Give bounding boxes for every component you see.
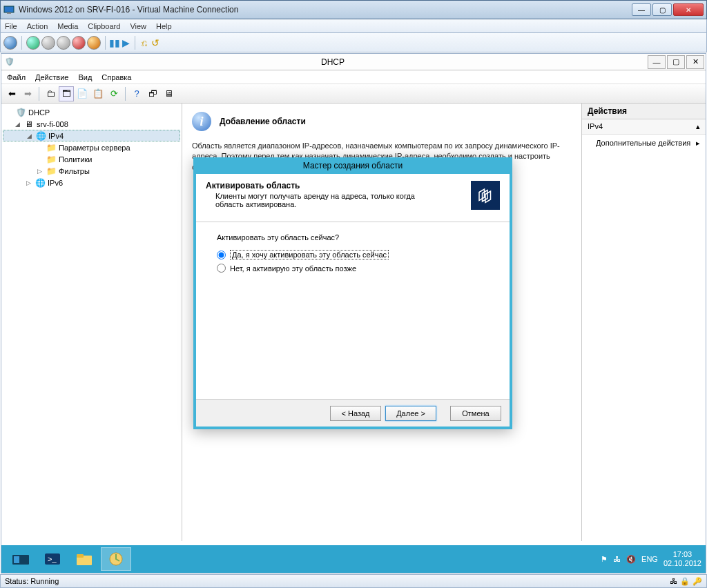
- status-network-icon: 🖧: [670, 577, 677, 586]
- host-menubar: File Action Media Clipboard View Help: [0, 19, 707, 33]
- wizard-banner-icon: [471, 181, 500, 210]
- host-toolbar: ▮▮ ▶ ⎌ ↺: [0, 33, 707, 52]
- svg-text:>_: >_: [48, 555, 57, 563]
- tray-network-icon[interactable]: 🖧: [613, 555, 621, 563]
- tray-flag-icon[interactable]: ⚑: [601, 555, 608, 564]
- actions-pane: Действия IPv4▴ Дополнительные действия▸: [581, 104, 706, 541]
- menu-help[interactable]: Help: [156, 22, 172, 30]
- menu-clipboard[interactable]: Clipboard: [88, 22, 120, 30]
- pause-icon[interactable]: ▮▮: [110, 37, 119, 49]
- dhcp-app-icon: 🛡️: [1, 57, 18, 66]
- minimize-button[interactable]: —: [632, 3, 651, 16]
- dhcp-minimize-button[interactable]: —: [648, 55, 666, 69]
- dhcp-close-button[interactable]: ✕: [686, 55, 704, 69]
- tree-filters[interactable]: ▷📁Фильтры: [3, 165, 180, 177]
- tree-pane: 🛡️DHCP ◢🖥srv-fi-008 ◢🌐IPv4 📁Параметры се…: [1, 104, 182, 541]
- dhcp-menu-view[interactable]: Вид: [78, 73, 92, 81]
- guest-taskbar: >_ ⚑ 🖧 🔇 ENG 17:03 02.10.2012: [1, 545, 706, 573]
- snapshot-button[interactable]: ⎌: [139, 37, 149, 49]
- task-dhcp[interactable]: [101, 547, 131, 571]
- chevron-right-icon: ▸: [696, 139, 700, 148]
- task-powershell[interactable]: >_: [37, 547, 68, 571]
- collapse-icon: ▴: [696, 122, 700, 131]
- menu-file[interactable]: File: [5, 22, 17, 30]
- svg-rect-3: [14, 556, 19, 563]
- radio-activate-now[interactable]: Да, я хочу активировать эту область сейч…: [217, 250, 489, 259]
- help-icon[interactable]: ?: [129, 86, 144, 101]
- wizard-section-desc: Клиенты могут получать аренду на адреса,…: [206, 192, 427, 208]
- menu-action[interactable]: Action: [27, 22, 48, 30]
- turnoff-button[interactable]: [41, 36, 55, 50]
- reset-icon[interactable]: ▶: [121, 37, 130, 49]
- back-icon[interactable]: ⬅: [4, 86, 19, 101]
- wizard-cancel-button[interactable]: Отмена: [450, 406, 501, 421]
- wizard-section-title: Активировать область: [206, 181, 471, 190]
- svg-rect-1: [7, 12, 11, 14]
- tree-server[interactable]: ◢🖥srv-fi-008: [3, 118, 180, 130]
- start-button[interactable]: [26, 36, 40, 50]
- actions-more[interactable]: Дополнительные действия▸: [582, 135, 706, 152]
- status-key-icon: 🔑: [693, 577, 702, 586]
- task-explorer[interactable]: [69, 547, 99, 571]
- forward-icon[interactable]: ➡: [20, 86, 35, 101]
- wizard-next-button[interactable]: Далее >: [385, 406, 436, 421]
- tray-language[interactable]: ENG: [641, 555, 658, 563]
- host-statusbar: Status: Running 🖧 🔒 🔑: [0, 574, 707, 588]
- filter-icon[interactable]: 🗗: [145, 86, 160, 101]
- content-heading: Добавление области: [220, 117, 306, 126]
- wizard-back-button[interactable]: < Назад: [330, 406, 381, 421]
- radio-activate-now-input[interactable]: [217, 251, 226, 259]
- properties-icon[interactable]: 📄: [75, 86, 90, 101]
- dhcp-menubar: Файл Действие Вид Справка: [1, 70, 706, 84]
- add-icon[interactable]: 🗀: [43, 86, 58, 101]
- dhcp-menu-action[interactable]: Действие: [35, 73, 68, 81]
- svg-rect-0: [4, 6, 14, 12]
- tree-root[interactable]: 🛡️DHCP: [3, 106, 180, 118]
- dhcp-titlebar: 🛡️ DHCP — ▢ ✕: [1, 54, 706, 70]
- actions-context[interactable]: IPv4▴: [582, 119, 706, 135]
- show-hide-icon[interactable]: 🗔: [59, 86, 74, 101]
- pause-vm-button[interactable]: [87, 36, 101, 50]
- wizard-question: Активировать эту область сейчас?: [217, 233, 489, 242]
- maximize-button[interactable]: ▢: [652, 3, 672, 16]
- task-server-manager[interactable]: [6, 547, 36, 571]
- shutdown-button[interactable]: [57, 36, 70, 50]
- tree-ipv4[interactable]: ◢🌐IPv4: [3, 130, 180, 141]
- revert-button[interactable]: ↺: [151, 37, 160, 49]
- dhcp-menu-file[interactable]: Файл: [7, 73, 26, 81]
- dhcp-toolbar: ⬅ ➡ 🗀 🗔 📄 📋 ⟳ ? 🗗 🖥: [1, 84, 706, 104]
- tray-clock[interactable]: 17:03 02.10.2012: [664, 550, 701, 568]
- dhcp-title: DHCP: [18, 57, 648, 67]
- ctrl-alt-del-button[interactable]: [3, 36, 17, 50]
- dhcp-menu-help[interactable]: Справка: [101, 73, 131, 81]
- host-status-text: Status: Running: [5, 577, 59, 585]
- host-titlebar: Windows 2012 on SRV-FI-016 - Virtual Mac…: [0, 0, 707, 19]
- tree-ipv6[interactable]: ▷🌐IPv6: [3, 177, 180, 188]
- menu-media[interactable]: Media: [57, 22, 78, 30]
- export-icon[interactable]: 📋: [90, 86, 106, 101]
- tree-policies[interactable]: 📁Политики: [3, 153, 180, 165]
- menu-view[interactable]: View: [130, 22, 146, 30]
- scope-wizard-dialog: Мастер создания области Активировать обл…: [193, 157, 512, 429]
- refresh-icon[interactable]: ⟳: [106, 86, 122, 101]
- tray-sound-icon[interactable]: 🔇: [626, 555, 636, 564]
- actions-heading: Действия: [582, 104, 706, 119]
- status-lock-icon: 🔒: [680, 577, 690, 586]
- system-tray: ⚑ 🖧 🔇 ENG 17:03 02.10.2012: [601, 550, 701, 568]
- dhcp-maximize-button[interactable]: ▢: [667, 55, 685, 69]
- close-button[interactable]: ✕: [673, 3, 704, 16]
- radio-activate-later[interactable]: Нет, я активирую эту область позже: [217, 264, 489, 273]
- info-icon: i: [192, 112, 211, 131]
- radio-activate-later-input[interactable]: [217, 264, 226, 273]
- host-title: Windows 2012 on SRV-FI-016 - Virtual Mac…: [19, 5, 630, 14]
- tree-server-options[interactable]: 📁Параметры сервера: [3, 141, 180, 153]
- vm-icon: [3, 4, 14, 15]
- svg-rect-7: [77, 554, 84, 558]
- options-icon[interactable]: 🖥: [161, 86, 176, 101]
- save-button[interactable]: [72, 36, 86, 50]
- wizard-title: Мастер создания области: [193, 157, 512, 174]
